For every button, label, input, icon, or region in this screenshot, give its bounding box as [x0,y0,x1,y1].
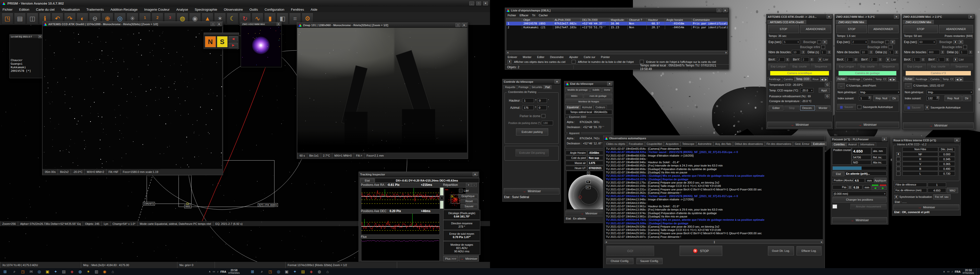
tab-scroll-right[interactable]: ▶ [892,77,896,81]
tray-volume-icon[interactable]: ♪ [217,270,218,273]
cam1-bouclage-x-button[interactable]: ✕ [822,40,827,44]
sauver-button[interactable]: Sauver [460,204,478,209]
close-icon[interactable]: ✕ [473,172,477,176]
filter-select-checkbox[interactable]: X [896,152,900,156]
cam2-dir-button[interactable]: Dir [890,95,898,101]
maximize-icon[interactable]: □ [717,8,721,12]
maximize-icon[interactable]: □ [455,23,460,27]
open-log-dir-button[interactable]: Ouvir Dir. Log. [768,246,794,255]
tab-scroll-left[interactable]: ◀ [888,77,892,81]
stepper[interactable] [879,58,882,61]
cam1-explong-button[interactable]: Exp Longue [768,63,789,70]
menu-item[interactable]: Outils [249,8,258,11]
choose-config-button[interactable]: Choisir Config. [606,258,633,264]
cam3-bouclage-checkbox[interactable] [953,40,957,44]
cam3-binx-input[interactable]: 1 [913,57,920,62]
close-button[interactable]: ✕ [483,2,488,5]
object-row[interactable]: 2Kukkamaki (2110h27m47.103s+11°55'51.73'… [506,25,728,29]
etat-button[interactable]: Etat [360,178,374,183]
taskbar-app-icon[interactable]: ✦ [52,268,60,275]
tab[interactable]: Gest. Erreur [793,142,811,146]
cam3-delay-input[interactable]: 1 [959,50,968,54]
close-icon[interactable]: ✕ [827,15,832,19]
foc-ref-save-button[interactable]: Foc ref. sav. [933,194,951,199]
filter-offset[interactable]: 0.730 [939,171,955,176]
close-icon[interactable]: ✕ [462,23,466,27]
menu-item[interactable]: Tri [532,14,535,17]
cam3-tab[interactable]: ZWO ASI120MM Mini [903,20,934,24]
cam2-binf-checkbox[interactable] [889,45,892,49]
filter-select-checkbox[interactable] [896,172,900,176]
save-config-button[interactable]: Sauver Config. [636,258,662,264]
taskbar-app-icon[interactable]: ✶ [84,268,92,275]
list-action-button[interactable]: Carte sur [584,55,595,58]
tab[interactable]: Caméra [782,77,794,81]
star-field-image[interactable] [43,27,222,169]
execute-deparking-button[interactable]: Exécuter Dé-parking [515,149,549,156]
cam2-bouclage-x-button[interactable]: ✕ [891,40,895,44]
taskbar-app-icon[interactable]: ◎ [35,268,43,275]
handpad-west-button[interactable]: ◀ [229,36,238,41]
maximize-icon[interactable]: □ [210,22,215,26]
minimiser-button[interactable]: Minimiser [832,217,887,223]
close-icon[interactable]: ✕ [555,80,559,84]
cam1-stop2-button[interactable]: Stop [784,106,799,111]
cam1-bouclage-checkbox[interactable] [818,40,821,44]
cam3-stop-button[interactable]: STOP [904,25,938,33]
close-icon[interactable]: ✕ [723,8,728,12]
taskbar-app-icon[interactable]: ▣ [283,268,291,275]
stepper[interactable] [941,51,944,54]
zoom-minus-button[interactable]: - [472,183,477,187]
close-icon[interactable]: ✕ [882,137,887,141]
cam1-exp-input[interactable]: 5 [783,40,800,44]
cam1-tab[interactable]: ARTEMIS CCD ATIK-One60 [767,20,806,24]
filter-name[interactable]: V [902,162,938,166]
tab[interactable]: Fichier [836,77,847,81]
stepper[interactable] [936,96,939,99]
cam2-night-dir-button[interactable]: Rep. Nuit [873,95,890,101]
tab[interactable]: Telescope [680,142,696,146]
search-icon-monitor2[interactable]: ⌕ [258,268,266,275]
menu-item[interactable]: Imagerie Couleur [144,8,170,11]
minimiser-button[interactable]: Minimiser [767,122,832,128]
hauteur-min-input[interactable]: 0 [538,98,547,103]
cam2-explong-button[interactable]: Exp Longue [836,63,856,70]
reset-button[interactable]: Reset [460,199,478,204]
cam1-binf-checkbox[interactable] [821,45,825,49]
tab[interactable]: Caméra [862,77,874,81]
tab[interactable]: Exécution [811,142,827,146]
stepper[interactable] [870,51,873,54]
taskbar-app-icon[interactable]: ✉ [27,268,35,275]
cam2-delay-input[interactable]: 1 [888,50,894,54]
list-action-button[interactable]: Descendre [550,55,563,58]
start-button-monitor2[interactable]: ⊞ [247,268,258,275]
cam2-generic-name-input[interactable]: Img- [859,90,900,95]
show-objects-checkbox[interactable] [508,60,511,64]
taskbar-app-icon[interactable]: ◍ [76,268,84,275]
taskbar-app-icon[interactable]: ◳ [19,268,27,275]
tray-volume-icon[interactable]: ♪ [951,270,953,273]
cam3-bouclage-x-button[interactable]: ✕ [959,40,963,44]
stepper[interactable] [849,186,852,189]
taskbar-app-icon[interactable]: ◈ [307,268,315,275]
cam3-loops-input[interactable]: 800 [928,50,940,54]
cam3-biny-input[interactable]: 1 [937,57,945,62]
cam3-binf-checkbox[interactable] [963,45,967,49]
cam1-lier-checkbox[interactable] [818,58,822,62]
cam3-expshort-button[interactable]: Exp. courte [927,63,950,70]
menu-item[interactable]: Fenêtres [291,8,304,11]
subtils-button[interactable]: Subtils [590,87,601,92]
cam3-exp-input[interactable]: 60 [918,40,936,44]
minimiser-button[interactable]: Minimiser [903,122,974,129]
hscroll-right-arrow[interactable]: ▶ [725,51,728,54]
minimiser-button[interactable]: Minimiser [836,122,899,128]
guide-star-image[interactable] [241,26,281,66]
close-icon[interactable]: ✕ [607,82,612,85]
tab[interactable]: Temp. CC [941,77,955,81]
clear-log-button[interactable]: Effacer Log. [797,246,821,255]
filter-name[interactable]: L [902,171,938,176]
meteo-button[interactable]: Météo [565,93,583,98]
tray-expand-icon[interactable]: ∧ [209,270,210,273]
tray-clock[interactable]: 20:58 07/02/2021 [963,269,974,275]
menu-item[interactable]: Observatoire [224,8,243,11]
